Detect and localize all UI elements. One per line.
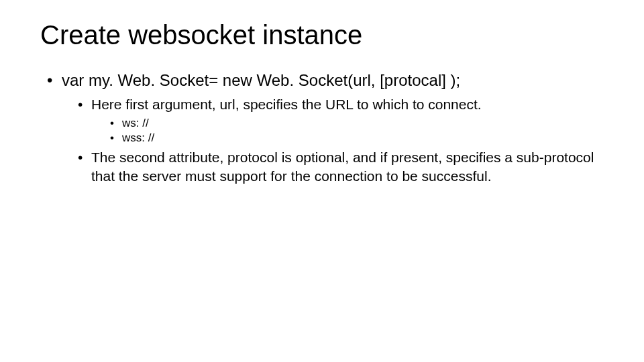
bullet-list-level1: var my. Web. Socket= new Web. Socket(url…	[47, 70, 604, 186]
bullet-l3-ws: ws: //	[110, 116, 604, 131]
bullet-l1-code-text: var my. Web. Socket= new Web. Socket(url…	[62, 71, 460, 89]
slide: Create websocket instance var my. Web. S…	[0, 0, 644, 362]
bullet-l3-wss: wss: //	[110, 131, 604, 145]
bullet-l2-url-text: Here first argument, url, specifies the …	[91, 97, 482, 112]
bullet-l3-wss-text: wss: //	[122, 131, 154, 144]
bullet-l1-code: var my. Web. Socket= new Web. Socket(url…	[47, 70, 604, 186]
slide-title: Create websocket instance	[40, 20, 604, 50]
bullet-l2-protocol: The second attribute, protocol is option…	[78, 148, 604, 186]
bullet-l2-protocol-text: The second attribute, protocol is option…	[91, 149, 594, 184]
bullet-l2-url: Here first argument, url, specifies the …	[78, 95, 604, 145]
bullet-list-level3: ws: // wss: //	[110, 116, 604, 145]
bullet-list-level2: Here first argument, url, specifies the …	[78, 95, 604, 186]
bullet-l3-ws-text: ws: //	[122, 117, 149, 129]
